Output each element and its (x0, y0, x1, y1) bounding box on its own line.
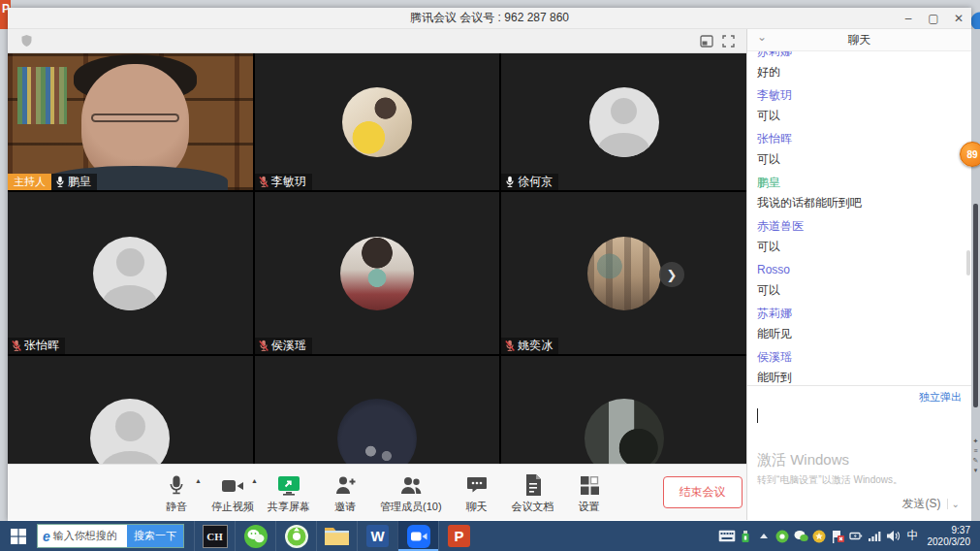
touch-keyboard-icon[interactable] (717, 521, 737, 551)
wechat-taskbar-button[interactable] (235, 521, 275, 551)
participant-avatar (93, 237, 167, 310)
meeting-window: 腾讯会议 会议号 : 962 287 860 – ▢ ✕ (8, 8, 971, 521)
name-chip: 李敏玥 (255, 174, 312, 190)
caret-up-icon[interactable]: ▲ (195, 477, 202, 484)
taskbar-search[interactable]: e 输入你想搜的 搜索一下 (37, 524, 184, 548)
toolbar-button-label: 会议文档 (512, 500, 554, 514)
chat-message-list[interactable]: 苏莉娜好的李敏玥可以张怡晖可以鹏皇我说的话都能听到吧赤道兽医可以Rosso可以苏… (747, 51, 971, 385)
powerpoint-taskbar-button[interactable]: P (438, 521, 479, 551)
mic-on-icon (504, 176, 516, 188)
ime-indicator[interactable]: 中 (902, 528, 924, 544)
ch-media-taskbar-button[interactable]: CH (194, 521, 235, 551)
participant-avatar (342, 87, 412, 157)
toolbar-button-label: 共享屏幕 (268, 500, 310, 514)
chat-header: ⌄ 聊天 (747, 29, 971, 51)
end-meeting-button[interactable]: 结束会议 (663, 476, 743, 508)
participant-name-label: 徐何京 (501, 174, 558, 190)
chat-icon (465, 471, 489, 497)
share-screen-button[interactable]: 共享屏幕 (268, 471, 310, 514)
ch-media-icon: CH (203, 525, 228, 548)
word-taskbar-button[interactable]: W (357, 521, 397, 551)
wechat-icon (243, 524, 269, 549)
titlebar[interactable]: 腾讯会议 会议号 : 962 287 860 – ▢ ✕ (8, 8, 971, 29)
search-go-button[interactable]: 搜索一下 (127, 524, 183, 548)
next-page-button[interactable]: ❯ (659, 262, 684, 287)
participant-name: 李敏玥 (271, 174, 306, 190)
chat-message-text: 可以 (757, 240, 962, 253)
mic-muted-icon (504, 340, 516, 352)
popout-link[interactable]: 独立弹出 (747, 386, 971, 405)
microphone-button[interactable]: ▲静音 (155, 471, 198, 514)
chat-message-sender: 侯溪瑶 (757, 350, 962, 364)
members-button[interactable]: 管理成员(10) (380, 471, 442, 514)
invite-button[interactable]: 邀请 (324, 471, 366, 514)
floating-badge[interactable]: 89 (960, 142, 980, 167)
tray-chat-icon[interactable] (792, 521, 810, 551)
powerpoint-icon: P (447, 524, 471, 548)
name-chip: 姚奕冰 (501, 338, 558, 354)
taskbar: e 输入你想搜的 搜索一下 CHWP 中 9:37 2020/3/20 (0, 521, 980, 551)
volume-icon[interactable] (884, 521, 902, 551)
power-plug-icon[interactable] (847, 521, 866, 551)
participant-tile[interactable]: 徐何京 (501, 53, 746, 190)
usb-icon[interactable] (737, 521, 755, 551)
chat-message-sender: 赤道兽医 (757, 219, 962, 233)
participant-name-label: 主持人鹏皇 (8, 174, 97, 190)
participant-avatar (587, 237, 661, 310)
participant-tile[interactable]: 李敏玥 (255, 53, 500, 190)
video-topbar (8, 29, 746, 53)
network-signal-icon[interactable] (866, 521, 884, 551)
file-explorer-taskbar-button[interactable] (316, 521, 357, 551)
document-button[interactable]: 会议文档 (512, 471, 554, 514)
participant-tile[interactable]: 侯溪瑶 (255, 192, 500, 354)
settings-button[interactable]: 设置 (568, 471, 611, 514)
participant-tile[interactable]: 主持人鹏皇 (8, 53, 253, 190)
toolbar-button-label: 管理成员(10) (380, 500, 442, 514)
chat-message-text: 能听到 (757, 371, 962, 384)
members-icon (398, 471, 424, 497)
host-video-feed (8, 53, 253, 190)
participant-tile[interactable]: 张怡晖 (8, 192, 253, 354)
background-scrollbar[interactable] (973, 204, 978, 407)
send-options-chevron-icon[interactable]: ⌄ (947, 499, 964, 509)
tray-icons (717, 521, 902, 551)
participant-name-label: 姚奕冰 (501, 338, 558, 354)
toolbar-button-label: 聊天 (466, 500, 488, 514)
green-browser-taskbar-button[interactable] (275, 521, 316, 551)
tray-gold-icon[interactable] (810, 521, 829, 551)
maximize-button[interactable]: ▢ (921, 8, 946, 28)
chat-scrollbar[interactable] (966, 250, 970, 276)
action-flag-icon[interactable] (829, 521, 847, 551)
mic-muted-icon (258, 176, 269, 188)
send-button[interactable]: 发送(S) (897, 494, 947, 514)
chevron-down-icon[interactable]: ⌄ (757, 30, 767, 44)
taskbar-clock[interactable]: 9:37 2020/3/20 (924, 525, 977, 548)
layout-view-icon[interactable] (696, 32, 717, 49)
tray-green-icon[interactable] (774, 521, 792, 551)
participant-name: 徐何京 (518, 174, 553, 190)
start-button[interactable] (0, 521, 37, 551)
toolbar-button-label: 设置 (579, 500, 600, 514)
send-row: 发送(S) ⌄ (897, 494, 964, 514)
meeting-toolbar: ▲静音▲停止视频共享屏幕邀请管理成员(10)聊天会议文档设置 结束会议 (8, 464, 746, 520)
hidden-icons-icon[interactable] (755, 521, 774, 551)
camera-button[interactable]: ▲停止视频 (211, 471, 254, 514)
tencent-meeting-taskbar-button[interactable] (397, 521, 438, 551)
fullscreen-icon[interactable] (717, 32, 739, 49)
chat-message-text: 可以 (757, 283, 962, 297)
shield-icon[interactable] (16, 32, 37, 49)
minimize-button[interactable]: – (896, 8, 921, 28)
chat-message-sender: 张怡晖 (757, 132, 962, 146)
chat-input[interactable] (747, 405, 971, 443)
close-button[interactable]: ✕ (946, 8, 971, 28)
document-icon (523, 471, 543, 497)
mic-on-icon (54, 176, 66, 188)
mic-muted-icon (11, 340, 22, 352)
participant-tile[interactable]: 姚奕冰 (501, 192, 746, 354)
settings-icon (578, 471, 601, 497)
invite-icon (333, 471, 357, 497)
caret-up-icon[interactable]: ▲ (251, 477, 258, 484)
video-grid: 主持人鹏皇李敏玥徐何京张怡晖侯溪瑶姚奕冰 (8, 53, 746, 520)
chat-button[interactable]: 聊天 (456, 471, 498, 514)
toolbar-button-label: 邀请 (334, 500, 356, 514)
